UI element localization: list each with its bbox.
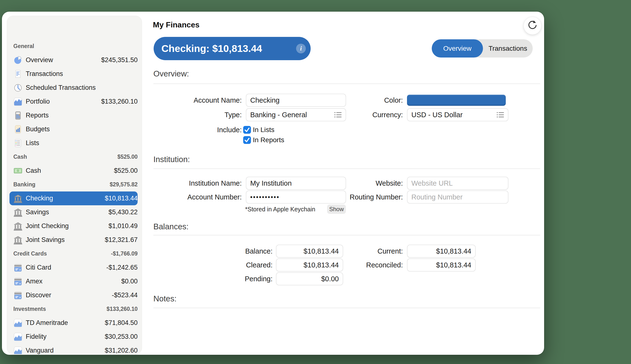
item-label: TD Ameritrade xyxy=(26,319,68,327)
desktop: GeneralOverview$245,351.50TransactionsSc… xyxy=(0,0,631,364)
item-value: -$523.44 xyxy=(112,292,138,299)
invest-icon xyxy=(13,332,22,342)
tab-overview[interactable]: Overview xyxy=(432,39,483,58)
item-label: Citi Card xyxy=(26,264,51,271)
color-label: Color: xyxy=(306,94,403,107)
bank-icon xyxy=(13,194,22,203)
receipt-icon xyxy=(13,70,22,78)
type-label: Type: xyxy=(145,108,242,121)
institution-name-label: Institution Name: xyxy=(145,177,242,190)
calculator-icon xyxy=(13,111,22,120)
current-field[interactable] xyxy=(407,244,476,258)
sidebar-item-lists[interactable]: Lists xyxy=(10,136,138,150)
section-total: $525.00 xyxy=(118,154,138,160)
current-label: Current: xyxy=(306,244,403,258)
invest-icon xyxy=(13,346,22,354)
sidebar: GeneralOverview$245,351.50TransactionsSc… xyxy=(7,16,142,354)
sidebar-item-budgets[interactable]: Budgets xyxy=(10,122,138,136)
reconciled-label: Reconciled: xyxy=(306,258,403,272)
sidebar-item-citi-card[interactable]: Citi Card-$1,242.65 xyxy=(10,260,138,274)
item-label: Joint Savings xyxy=(26,236,65,244)
color-swatch[interactable] xyxy=(407,95,506,106)
pending-field[interactable] xyxy=(276,272,343,286)
sidebar-section-header: Cash$525.00 xyxy=(10,150,138,164)
bank-icon xyxy=(13,208,22,217)
section-label: Investments xyxy=(13,306,46,312)
sidebar-item-cash[interactable]: Cash$525.00 xyxy=(10,164,138,178)
sidebar-item-fidelity[interactable]: Fidelity$30,253.00 xyxy=(10,330,138,344)
item-label: Savings xyxy=(26,208,49,216)
in-lists-label: In Lists xyxy=(253,126,274,134)
keychain-note: *Stored in Apple Keychain xyxy=(245,205,315,213)
sidebar-item-portfolio[interactable]: Portfolio$133,260.10 xyxy=(10,95,138,108)
sidebar-item-overview[interactable]: Overview$245,351.50 xyxy=(10,53,138,67)
bank-icon xyxy=(13,236,22,244)
sidebar-section-header: Investments$133,260.10 xyxy=(10,302,138,316)
bank-icon xyxy=(13,222,22,231)
account-list: GeneralOverview$245,351.50TransactionsSc… xyxy=(7,16,142,354)
item-label: Cash xyxy=(26,167,41,174)
reconciled-field[interactable] xyxy=(407,258,476,272)
in-reports-label: In Reports xyxy=(253,136,284,144)
item-value: $12,321.67 xyxy=(105,236,138,244)
item-label: Amex xyxy=(26,278,42,285)
account-pill-label: Checking: $10,813.44 xyxy=(162,43,262,54)
sidebar-section-header: Credit Cards-$1,766.09 xyxy=(10,247,138,260)
item-label: Scheduled Transactions xyxy=(26,84,96,92)
include-in-lists-row: In Lists xyxy=(243,126,274,134)
website-input[interactable] xyxy=(407,177,508,190)
item-label: Transactions xyxy=(26,70,63,78)
in-reports-checkbox[interactable] xyxy=(243,136,251,144)
tab-transactions[interactable]: Transactions xyxy=(483,39,533,58)
include-label: Include: xyxy=(145,123,242,136)
sidebar-item-joint-checking[interactable]: Joint Checking$1,010.49 xyxy=(10,219,138,233)
sidebar-item-transactions[interactable]: Transactions xyxy=(10,67,138,81)
view-tabs: Overview Transactions xyxy=(432,39,533,58)
app-window: GeneralOverview$245,351.50TransactionsSc… xyxy=(2,12,544,355)
item-label: Lists xyxy=(26,139,39,147)
card-icon xyxy=(13,263,22,272)
pending-label: Pending: xyxy=(176,272,272,286)
section-label: Credit Cards xyxy=(13,250,47,257)
balances-section-heading: Balances: xyxy=(154,222,188,231)
sidebar-item-savings[interactable]: Savings$5,430.22 xyxy=(10,205,138,219)
sidebar-item-vanguard[interactable]: Vanguard$31,202.60 xyxy=(10,344,138,354)
info-icon[interactable]: i xyxy=(296,44,306,54)
portfolio-icon xyxy=(13,97,22,106)
refresh-button[interactable] xyxy=(524,17,541,34)
list-icon xyxy=(13,138,22,148)
section-label: Cash xyxy=(13,154,27,160)
item-label: Reports xyxy=(26,112,49,119)
list-picker-icon xyxy=(497,112,504,118)
clock-icon xyxy=(13,83,22,92)
item-value: $5,430.22 xyxy=(108,208,138,216)
card-icon xyxy=(13,277,22,286)
show-button[interactable]: Show xyxy=(327,204,346,214)
item-label: Budgets xyxy=(26,126,50,133)
item-label: Discover xyxy=(26,292,51,299)
item-label: Joint Checking xyxy=(26,222,69,230)
website-label: Website: xyxy=(306,177,403,190)
budget-icon xyxy=(13,125,22,134)
sidebar-item-amex[interactable]: Amex$0.00 xyxy=(10,274,138,288)
item-value: -$1,242.65 xyxy=(106,264,138,271)
item-value: $0.00 xyxy=(121,278,138,285)
sidebar-item-scheduled-transactions[interactable]: Scheduled Transactions xyxy=(10,81,138,95)
routing-number-input[interactable] xyxy=(407,190,508,204)
account-number-label: Account Number: xyxy=(145,190,242,204)
item-value: $525.00 xyxy=(114,167,138,174)
sidebar-section-header: General xyxy=(10,39,138,53)
section-label: Banking xyxy=(13,181,36,188)
sidebar-item-td-ameritrade[interactable]: TD Ameritrade$71,804.50 xyxy=(10,316,138,330)
notes-section-heading: Notes: xyxy=(154,294,176,303)
divider xyxy=(154,84,540,84)
sidebar-item-joint-savings[interactable]: Joint Savings$12,321.67 xyxy=(10,233,138,247)
item-value: $1,010.49 xyxy=(108,222,138,230)
sidebar-item-discover[interactable]: Discover-$523.44 xyxy=(10,288,138,302)
in-lists-checkbox[interactable] xyxy=(243,126,251,134)
item-label: Overview xyxy=(26,56,53,64)
currency-picker[interactable]: USD - US Dollar xyxy=(407,108,508,121)
sidebar-item-reports[interactable]: Reports xyxy=(10,108,138,122)
card-icon xyxy=(13,291,22,300)
sidebar-item-checking[interactable]: Checking$10,813.44 xyxy=(10,192,138,205)
